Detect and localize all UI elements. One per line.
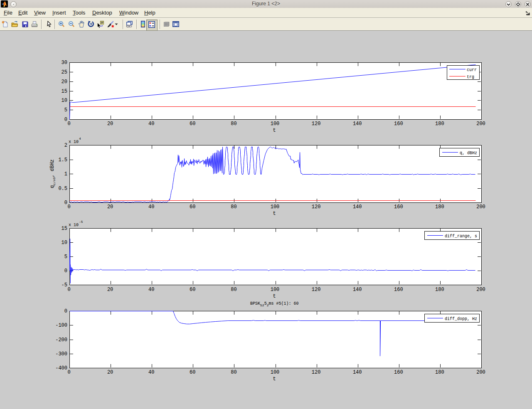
svg-text:140: 140 (353, 121, 362, 127)
svg-text:160: 160 (394, 287, 403, 293)
svg-text:0: 0 (67, 204, 70, 210)
svg-text:-5: -5 (62, 282, 67, 288)
svg-text:80: 80 (231, 204, 236, 210)
svg-text:1.5: 1.5 (58, 157, 67, 163)
svg-text:0: 0 (64, 268, 67, 274)
svg-text:15: 15 (62, 226, 67, 232)
svg-text:t: t (273, 211, 276, 217)
svg-text:100: 100 (271, 121, 280, 127)
svg-text:30: 30 (62, 60, 67, 66)
svg-text:20: 20 (62, 79, 67, 85)
svg-text:180: 180 (435, 121, 444, 127)
svg-text:20: 20 (107, 121, 113, 127)
svg-text:x 10: x 10 (69, 140, 79, 144)
svg-text:40: 40 (148, 287, 154, 293)
svg-text:40: 40 (148, 370, 154, 375)
svg-text:80: 80 (231, 287, 236, 293)
svg-text:BPSK5252ms #5(1): 60: BPSK5252ms #5(1): 60 (250, 301, 298, 307)
svg-text:200: 200 (476, 370, 485, 375)
svg-text:200: 200 (476, 287, 485, 293)
svg-text:0: 0 (64, 308, 67, 314)
svg-text:trg: trg (467, 75, 474, 79)
svg-text:5: 5 (64, 254, 67, 260)
svg-text:140: 140 (353, 204, 362, 210)
svg-text:x 10: x 10 (69, 223, 79, 227)
svg-text:0: 0 (67, 370, 70, 375)
svg-text:diff_dopp, Hz: diff_dopp, Hz (445, 317, 477, 321)
svg-text:10: 10 (62, 240, 67, 246)
svg-text:80: 80 (231, 370, 236, 375)
svg-text:-100: -100 (55, 323, 67, 328)
svg-text:180: 180 (435, 370, 444, 375)
svg-text:160: 160 (394, 121, 403, 127)
svg-text:0.5: 0.5 (58, 186, 67, 192)
svg-text:-200: -200 (55, 337, 67, 343)
svg-text:120: 120 (312, 204, 321, 210)
svg-text:25: 25 (62, 69, 67, 75)
svg-text:140: 140 (353, 370, 362, 375)
svg-text:t: t (273, 293, 276, 299)
svg-text:120: 120 (312, 370, 321, 375)
svg-text:60: 60 (190, 204, 195, 210)
svg-text:40: 40 (148, 121, 154, 127)
svg-text:160: 160 (394, 204, 403, 210)
svg-text:200: 200 (476, 204, 485, 210)
svg-text:t: t (273, 128, 276, 133)
svg-text:160: 160 (394, 370, 403, 375)
svg-text:t: t (273, 376, 276, 382)
svg-text:60: 60 (190, 121, 195, 127)
svg-text:0: 0 (67, 121, 70, 127)
svg-text:0: 0 (67, 287, 70, 293)
svg-text:40: 40 (148, 204, 154, 210)
svg-text:-400: -400 (55, 365, 67, 371)
svg-text:15: 15 (62, 89, 67, 94)
svg-text:180: 180 (435, 287, 444, 293)
svg-text:0: 0 (64, 117, 67, 123)
svg-text:qc/n0, dBHz: qc/n0, dBHz (49, 159, 56, 188)
svg-text:0: 0 (64, 200, 67, 206)
svg-text:1: 1 (64, 171, 67, 177)
svg-text:120: 120 (312, 287, 321, 293)
svg-text:curr: curr (467, 68, 477, 72)
svg-text:20: 20 (107, 287, 113, 293)
svg-text:200: 200 (476, 121, 485, 127)
svg-text:80: 80 (231, 121, 236, 127)
svg-text:120: 120 (312, 121, 321, 127)
svg-text:diff_range, s: diff_range, s (445, 234, 477, 239)
svg-text:20: 20 (107, 204, 113, 210)
svg-text:60: 60 (190, 370, 195, 375)
svg-text:5: 5 (64, 107, 67, 113)
svg-text:100: 100 (271, 204, 280, 210)
svg-text:-5: -5 (79, 220, 83, 224)
svg-text:180: 180 (435, 204, 444, 210)
svg-text:4: 4 (79, 137, 81, 140)
svg-text:q, dBHz: q, dBHz (460, 151, 477, 155)
svg-text:-300: -300 (55, 351, 67, 357)
svg-text:2: 2 (64, 143, 67, 148)
svg-text:20: 20 (107, 370, 113, 375)
svg-text:60: 60 (190, 287, 195, 293)
svg-text:100: 100 (271, 370, 280, 375)
svg-text:100: 100 (271, 287, 280, 293)
svg-text:140: 140 (353, 287, 362, 293)
svg-text:10: 10 (62, 98, 67, 103)
